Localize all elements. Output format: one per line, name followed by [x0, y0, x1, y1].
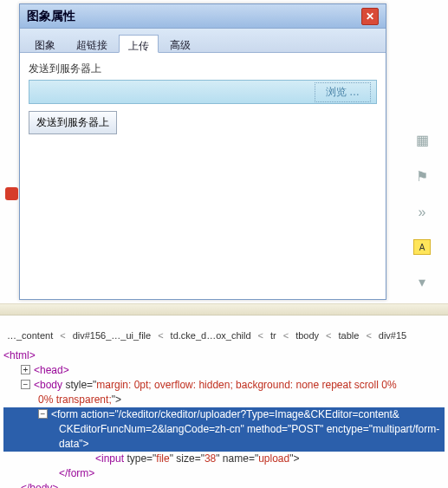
code-token: =" — [249, 452, 258, 465]
right-toolbar-fragment: ▦ ⚑ » A ▾ — [396, 130, 448, 291]
code-token: 0% transparent; — [38, 394, 112, 406]
tab-advanced[interactable]: 高级 — [160, 34, 200, 52]
code-token: =" — [146, 452, 156, 465]
tab-image[interactable]: 图象 — [25, 34, 65, 52]
code-token: "> — [289, 452, 299, 465]
dropdown-icon[interactable]: ▾ — [410, 272, 434, 291]
separator-bar — [0, 303, 448, 316]
code-token: =" — [363, 423, 373, 435]
send-to-server-button[interactable]: 发送到服务器上 — [29, 111, 117, 134]
dialog-titlebar[interactable]: 图象属性 ✕ — [20, 4, 386, 29]
code-token: style — [65, 379, 87, 391]
code-token: " — [216, 452, 223, 465]
upload-label: 发送到服务器上 — [29, 62, 377, 76]
chart-icon[interactable]: ▦ — [410, 130, 434, 149]
code-token: size — [176, 452, 194, 465]
code-token: =" — [195, 452, 205, 465]
tab-upload[interactable]: 上传 — [119, 35, 159, 53]
breadcrumb-item[interactable]: tbody — [295, 330, 319, 341]
image-properties-dialog: 图象属性 ✕ 图象 超链接 上传 高级 发送到服务器上 浏览 … 发送到服务器上 — [19, 3, 386, 300]
code-token: file — [156, 452, 169, 465]
dialog-body: 发送到服务器上 浏览 … 发送到服务器上 — [20, 53, 386, 299]
code-token: CKEditorFuncNum=2&langCode=zh-cn — [59, 423, 240, 435]
file-input-bar[interactable]: 浏览 … — [29, 80, 377, 104]
breadcrumb-item[interactable]: table — [339, 330, 360, 341]
code-token: name — [223, 452, 249, 465]
code-token: enctype — [327, 423, 363, 435]
code-token: upload — [258, 452, 289, 465]
code-token: /ckeditor/ckeditor/uploader?Type=Image&C… — [119, 408, 399, 420]
dialog-title-text: 图象属性 — [27, 9, 75, 24]
close-icon[interactable]: ✕ — [361, 8, 379, 25]
code-token: action — [81, 408, 108, 420]
font-color-icon[interactable]: A — [413, 239, 431, 255]
code-token: margin: 0pt; overflow: hidden; backgroun… — [96, 379, 396, 391]
code-token: "> — [112, 394, 121, 406]
code-token: " — [240, 423, 247, 435]
toggle-icon[interactable]: − — [21, 380, 30, 389]
toggle-icon[interactable]: + — [21, 365, 30, 374]
code-token: multipart/form- — [373, 423, 439, 435]
code-token: data — [59, 438, 79, 450]
toggle-icon[interactable]: − — [38, 409, 48, 419]
selected-node[interactable]: CKEditorFuncNum=2&langCode=zh-cn" method… — [3, 422, 445, 437]
chevrons-icon[interactable]: » — [410, 203, 434, 222]
tab-bar: 图象 超链接 上传 高级 — [20, 29, 386, 53]
code-token: =" — [282, 423, 291, 435]
flag-icon[interactable]: ⚑ — [410, 166, 434, 185]
code-token: "> — [79, 438, 88, 450]
code-token: 38 — [205, 452, 216, 465]
code-token: <head> — [34, 364, 69, 376]
breadcrumb-item[interactable]: div#15 — [379, 330, 406, 341]
selected-node[interactable]: −<form action="/ckeditor/ckeditor/upload… — [3, 407, 445, 422]
code-token: <html> — [3, 349, 36, 361]
breadcrumb-item[interactable]: …_content — [7, 330, 53, 341]
code-token: " — [320, 423, 327, 435]
html-inspector[interactable]: <html> +<head> −<body style="margin: 0pt… — [3, 348, 445, 488]
code-token: <body — [34, 379, 65, 391]
code-token: =" — [108, 408, 118, 420]
red-indicator-icon — [5, 187, 18, 200]
breadcrumb-item[interactable]: td.cke_d…ox_child — [171, 330, 251, 341]
dom-breadcrumb[interactable]: …_content< div#156_…_ui_file< td.cke_d…o… — [0, 326, 448, 345]
code-token: <form — [51, 408, 81, 420]
code-token: method — [247, 423, 282, 435]
code-token: </body> — [21, 482, 58, 488]
code-token: </form> — [59, 467, 94, 479]
breadcrumb-item[interactable]: tr — [270, 330, 276, 341]
selected-node[interactable]: data"> — [3, 437, 445, 452]
tab-hyperlink[interactable]: 超链接 — [67, 34, 117, 52]
browse-button[interactable]: 浏览 … — [315, 82, 371, 102]
code-token: type — [127, 452, 146, 465]
code-token: <input — [95, 452, 127, 465]
breadcrumb-item[interactable]: div#156_…_ui_file — [73, 330, 152, 341]
code-token: =" — [87, 379, 96, 391]
code-token: POST — [291, 423, 320, 435]
